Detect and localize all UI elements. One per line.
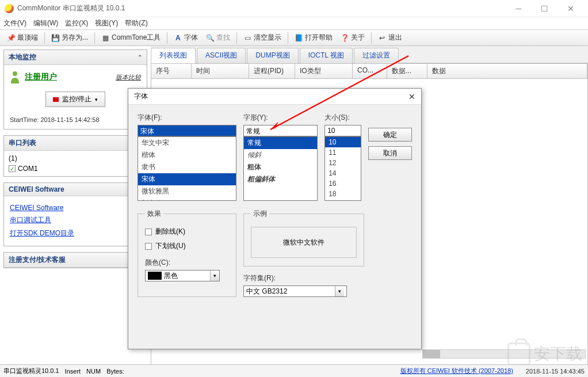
help-button[interactable]: 📘打开帮助: [291, 32, 336, 44]
tab-list-view[interactable]: 列表视图: [151, 48, 196, 63]
size-option[interactable]: 16: [325, 178, 361, 189]
window-title: CommMonitor 串口监视精灵 10.0.1: [17, 3, 125, 13]
app-icon: [5, 4, 14, 13]
maximize-button[interactable]: ☐: [532, 0, 558, 17]
tabs: 列表视图 ASCII视图 DUMP视图 IOCTL 视图 过滤设置: [151, 46, 588, 63]
checkbox-icon[interactable]: ✓: [9, 165, 16, 172]
panel-header-com[interactable]: 串口列表⌃: [4, 136, 147, 151]
about-button[interactable]: ❓关于: [337, 32, 368, 44]
minimize-button[interactable]: ─: [506, 0, 532, 17]
dialog-titlebar: 字体 ✕: [128, 89, 421, 105]
menu-help[interactable]: 帮助(Z): [125, 18, 147, 28]
user-icon: [10, 71, 20, 83]
dialog-close-button[interactable]: ✕: [408, 92, 415, 101]
size-option[interactable]: 10: [325, 137, 361, 147]
col-datalen[interactable]: 数据...: [387, 64, 427, 78]
dropdown-icon: ▾: [335, 286, 344, 296]
commtone-button[interactable]: ▦CommTone工具: [98, 32, 164, 44]
font-label: 字体(F):: [138, 113, 236, 123]
color-select[interactable]: 黑色 ▾: [145, 270, 220, 281]
status-time: 2018-11-15 14:43:45: [526, 368, 585, 375]
help-icon: 📘: [295, 34, 303, 42]
style-input[interactable]: 常规: [243, 125, 318, 136]
saveas-button[interactable]: 💾另存为...: [48, 32, 91, 44]
menu-view[interactable]: 视图(Y): [95, 18, 118, 28]
sdk-demo-link[interactable]: 打开SDK DEMO目录: [10, 227, 141, 240]
panel-header-local[interactable]: 本地监控⌃: [4, 50, 147, 65]
menubar: 文件(V) 编辑(W) 监控(X) 视图(Y) 帮助(Z): [0, 17, 588, 30]
charset-select[interactable]: 中文 GB2312 ▾: [243, 285, 347, 297]
style-option[interactable]: 常规: [244, 137, 318, 149]
version-compare-link[interactable]: 版本比较: [116, 73, 141, 82]
underline-checkbox[interactable]: 下划线(U): [145, 239, 229, 253]
exit-button[interactable]: ↩退出: [375, 32, 406, 44]
tab-dump-view[interactable]: DUMP视图: [247, 48, 298, 63]
font-option[interactable]: 楷体: [138, 149, 236, 161]
menu-file[interactable]: 文件(V): [3, 18, 26, 28]
font-option[interactable]: 华文中宋: [138, 137, 236, 149]
ceiwei-link[interactable]: CEIWEI Software: [10, 202, 141, 214]
clear-button[interactable]: ▭清空显示: [240, 32, 285, 44]
style-option[interactable]: 倾斜: [244, 149, 318, 161]
register-user-link[interactable]: 注册用户: [25, 72, 57, 82]
search-icon: 🔍: [206, 34, 214, 42]
panel-com-list: 串口列表⌃ (1) ✓ COM1: [3, 135, 147, 177]
font-option[interactable]: 新宋体: [138, 197, 236, 201]
find-button[interactable]: 🔍查找: [203, 32, 234, 44]
about-icon: ❓: [341, 34, 349, 42]
font-button[interactable]: A字体: [170, 32, 201, 44]
font-option[interactable]: 隶书: [138, 161, 236, 173]
debug-tool-link[interactable]: 串口调试工具: [10, 214, 141, 227]
style-option[interactable]: 粗偏斜体: [244, 173, 318, 185]
horizontal-scrollbar[interactable]: [422, 349, 586, 359]
panel-local-monitor: 本地监控⌃ 注册用户 版本比较 监控/停止 ▾ StartTime: 2018-…: [3, 49, 147, 130]
effects-fieldset: 效果 删除线(K) 下划线(U) 颜色(C): 黑色 ▾: [138, 209, 236, 297]
checkbox-icon: [145, 229, 152, 235]
size-option[interactable]: 11: [325, 147, 361, 158]
font-icon: A: [174, 34, 182, 42]
start-time-label: StartTime: 2018-11-15 14:42:58: [10, 116, 141, 123]
menu-monitor[interactable]: 监控(X): [65, 18, 88, 28]
tab-ascii-view[interactable]: ASCII视图: [197, 48, 246, 63]
copyright-link[interactable]: 版权所有 CEIWEI 软件技术 (2007-2018): [400, 367, 513, 375]
exit-icon: ↩: [378, 34, 386, 42]
tab-ioctl-view[interactable]: IOCTL 视图: [300, 48, 353, 63]
size-input[interactable]: 10: [324, 125, 361, 136]
col-iotype[interactable]: IO类型: [295, 64, 353, 78]
strikethrough-checkbox[interactable]: 删除线(K): [145, 224, 229, 239]
effects-legend: 效果: [145, 209, 163, 219]
top-button[interactable]: 📌最顶端: [3, 32, 41, 44]
size-option[interactable]: 12: [325, 158, 361, 168]
size-option[interactable]: 14: [325, 168, 361, 178]
col-seq[interactable]: 序号: [151, 64, 192, 78]
font-input[interactable]: 宋体: [138, 125, 236, 136]
size-list[interactable]: 10 11 12 14 16 18 20: [324, 136, 361, 201]
col-time[interactable]: 时间: [192, 64, 249, 78]
style-option[interactable]: 粗体: [244, 161, 318, 173]
color-swatch: [148, 272, 162, 280]
monitor-stop-button[interactable]: 监控/停止 ▾: [45, 92, 105, 107]
font-option[interactable]: 微软雅黑: [138, 185, 236, 197]
statusbar: 串口监视精灵10.0.1 Insert NUM Bytes: 版权所有 CEIW…: [0, 364, 588, 377]
col-pid[interactable]: 进程(PID): [249, 64, 295, 78]
col-data[interactable]: 数据: [427, 64, 587, 78]
chevron-up-icon: ⌃: [138, 54, 142, 60]
style-list[interactable]: 常规 倾斜 粗体 粗偏斜体: [243, 136, 318, 201]
font-list[interactable]: 华文中宋 楷体 隶书 宋体 微软雅黑 新宋体 幼圆: [138, 136, 236, 201]
ok-button[interactable]: 确定: [368, 128, 412, 142]
tab-filter[interactable]: 过滤设置: [354, 48, 399, 63]
font-option[interactable]: 宋体: [138, 173, 236, 185]
menu-edit[interactable]: 编辑(W): [33, 18, 58, 28]
sample-text: 微软中文软件: [251, 227, 357, 258]
panel-header-ceiwei[interactable]: CEIWEI Software⌃: [4, 183, 147, 196]
save-icon: 💾: [51, 34, 59, 42]
cancel-button[interactable]: 取消: [368, 146, 412, 160]
table-header: 序号 时间 进程(PID) IO类型 CO... 数据... 数据: [151, 63, 588, 79]
status-app: 串口监视精灵10.0.1: [3, 367, 59, 375]
size-option[interactable]: 18: [325, 189, 361, 199]
close-button[interactable]: ✕: [558, 0, 583, 17]
panel-header-payment[interactable]: 注册支付/技术客服⌃: [4, 253, 147, 268]
panel-payment: 注册支付/技术客服⌃: [3, 252, 147, 268]
com-item[interactable]: ✓ COM1: [9, 163, 142, 174]
col-co[interactable]: CO...: [353, 64, 387, 78]
